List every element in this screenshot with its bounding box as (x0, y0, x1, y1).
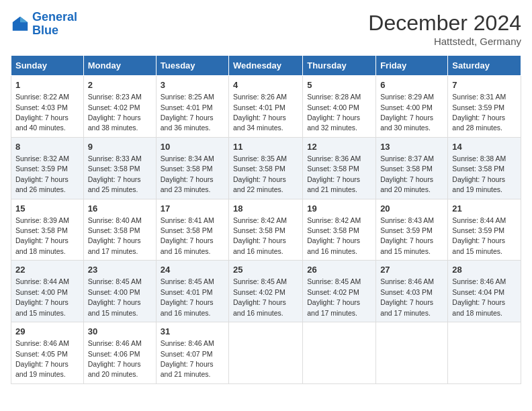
day-info: Sunrise: 8:29 AM Sunset: 4:00 PM Dayligh… (380, 93, 434, 132)
weekday-header: Thursday (303, 56, 376, 76)
day-info: Sunrise: 8:45 AM Sunset: 4:02 PM Dayligh… (307, 277, 361, 316)
day-number: 9 (88, 141, 152, 153)
calendar-cell: 28Sunrise: 8:46 AM Sunset: 4:04 PM Dayli… (448, 261, 521, 322)
day-info: Sunrise: 8:45 AM Sunset: 4:01 PM Dayligh… (161, 277, 214, 316)
calendar-cell: 6Sunrise: 8:29 AM Sunset: 4:00 PM Daylig… (376, 76, 448, 138)
calendar-week-row: 15Sunrise: 8:39 AM Sunset: 3:58 PM Dayli… (11, 199, 521, 261)
day-info: Sunrise: 8:23 AM Sunset: 4:02 PM Dayligh… (88, 93, 142, 132)
title-area: December 2024 Hattstedt, Germany (368, 11, 521, 47)
day-info: Sunrise: 8:39 AM Sunset: 3:58 PM Dayligh… (15, 216, 69, 255)
day-info: Sunrise: 8:46 AM Sunset: 4:03 PM Dayligh… (380, 277, 434, 316)
day-number: 25 (233, 264, 298, 276)
calendar-cell: 3Sunrise: 8:25 AM Sunset: 4:01 PM Daylig… (156, 76, 228, 138)
day-number: 1 (15, 79, 79, 91)
calendar-cell: 18Sunrise: 8:42 AM Sunset: 3:58 PM Dayli… (229, 199, 303, 261)
day-number: 13 (380, 141, 443, 153)
day-info: Sunrise: 8:40 AM Sunset: 3:58 PM Dayligh… (88, 216, 142, 255)
calendar-cell: 17Sunrise: 8:41 AM Sunset: 3:58 PM Dayli… (156, 199, 228, 261)
day-info: Sunrise: 8:32 AM Sunset: 3:59 PM Dayligh… (15, 154, 69, 193)
day-info: Sunrise: 8:36 AM Sunset: 3:58 PM Dayligh… (307, 154, 361, 193)
day-number: 31 (161, 326, 224, 338)
day-info: Sunrise: 8:35 AM Sunset: 3:58 PM Dayligh… (233, 154, 287, 193)
calendar-cell: 31Sunrise: 8:46 AM Sunset: 4:07 PM Dayli… (156, 322, 228, 384)
day-info: Sunrise: 8:44 AM Sunset: 4:00 PM Dayligh… (15, 277, 69, 316)
calendar-cell: 15Sunrise: 8:39 AM Sunset: 3:58 PM Dayli… (11, 199, 84, 261)
day-info: Sunrise: 8:45 AM Sunset: 4:02 PM Dayligh… (233, 277, 287, 316)
calendar-table: SundayMondayTuesdayWednesdayThursdayFrid… (11, 55, 521, 384)
day-info: Sunrise: 8:34 AM Sunset: 3:58 PM Dayligh… (161, 154, 214, 193)
weekday-header: Friday (376, 56, 448, 76)
calendar-week-row: 8Sunrise: 8:32 AM Sunset: 3:59 PM Daylig… (11, 137, 521, 199)
svg-marker-1 (20, 17, 28, 22)
calendar-cell (448, 322, 521, 384)
day-number: 7 (452, 79, 517, 91)
location-subtitle: Hattstedt, Germany (368, 36, 521, 47)
calendar-cell: 27Sunrise: 8:46 AM Sunset: 4:03 PM Dayli… (376, 261, 448, 322)
day-number: 12 (307, 141, 371, 153)
calendar-cell (229, 322, 303, 384)
day-number: 15 (15, 203, 79, 215)
day-info: Sunrise: 8:22 AM Sunset: 4:03 PM Dayligh… (15, 93, 69, 132)
logo-icon (11, 15, 30, 34)
day-number: 30 (88, 326, 152, 338)
calendar-cell: 29Sunrise: 8:46 AM Sunset: 4:05 PM Dayli… (11, 322, 84, 384)
day-info: Sunrise: 8:46 AM Sunset: 4:07 PM Dayligh… (161, 339, 214, 378)
day-info: Sunrise: 8:46 AM Sunset: 4:06 PM Dayligh… (88, 339, 142, 378)
calendar-cell (376, 322, 448, 384)
weekday-header: Sunday (11, 56, 84, 76)
calendar-week-row: 22Sunrise: 8:44 AM Sunset: 4:00 PM Dayli… (11, 261, 521, 322)
calendar-cell: 24Sunrise: 8:45 AM Sunset: 4:01 PM Dayli… (156, 261, 228, 322)
day-number: 20 (380, 203, 443, 215)
day-info: Sunrise: 8:42 AM Sunset: 3:58 PM Dayligh… (233, 216, 287, 255)
calendar-cell: 13Sunrise: 8:37 AM Sunset: 3:58 PM Dayli… (376, 137, 448, 199)
day-number: 5 (307, 79, 371, 91)
calendar-cell: 2Sunrise: 8:23 AM Sunset: 4:02 PM Daylig… (83, 76, 156, 138)
day-number: 18 (233, 203, 298, 215)
calendar-cell (303, 322, 376, 384)
calendar-cell: 1Sunrise: 8:22 AM Sunset: 4:03 PM Daylig… (11, 76, 84, 138)
day-number: 4 (233, 79, 298, 91)
calendar-cell: 10Sunrise: 8:34 AM Sunset: 3:58 PM Dayli… (156, 137, 228, 199)
calendar-week-row: 29Sunrise: 8:46 AM Sunset: 4:05 PM Dayli… (11, 322, 521, 384)
day-number: 14 (452, 141, 517, 153)
logo: General Blue (11, 11, 77, 38)
day-number: 2 (88, 79, 152, 91)
calendar-cell: 19Sunrise: 8:42 AM Sunset: 3:58 PM Dayli… (303, 199, 376, 261)
weekday-header: Wednesday (229, 56, 303, 76)
day-info: Sunrise: 8:33 AM Sunset: 3:58 PM Dayligh… (88, 154, 142, 193)
day-info: Sunrise: 8:41 AM Sunset: 3:58 PM Dayligh… (161, 216, 214, 255)
calendar-cell: 4Sunrise: 8:26 AM Sunset: 4:01 PM Daylig… (229, 76, 303, 138)
day-number: 21 (452, 203, 517, 215)
day-number: 22 (15, 264, 79, 276)
weekday-header: Saturday (448, 56, 521, 76)
calendar-cell: 20Sunrise: 8:43 AM Sunset: 3:59 PM Dayli… (376, 199, 448, 261)
calendar-cell: 9Sunrise: 8:33 AM Sunset: 3:58 PM Daylig… (83, 137, 156, 199)
calendar-cell: 22Sunrise: 8:44 AM Sunset: 4:00 PM Dayli… (11, 261, 84, 322)
calendar-cell: 26Sunrise: 8:45 AM Sunset: 4:02 PM Dayli… (303, 261, 376, 322)
day-info: Sunrise: 8:38 AM Sunset: 3:58 PM Dayligh… (452, 154, 506, 193)
day-number: 27 (380, 264, 443, 276)
calendar-cell: 30Sunrise: 8:46 AM Sunset: 4:06 PM Dayli… (83, 322, 156, 384)
logo-text: General Blue (32, 11, 77, 38)
day-info: Sunrise: 8:42 AM Sunset: 3:58 PM Dayligh… (307, 216, 361, 255)
day-info: Sunrise: 8:46 AM Sunset: 4:05 PM Dayligh… (15, 339, 69, 378)
page-header: General Blue December 2024 Hattstedt, Ge… (11, 11, 521, 47)
day-number: 26 (307, 264, 371, 276)
calendar-cell: 11Sunrise: 8:35 AM Sunset: 3:58 PM Dayli… (229, 137, 303, 199)
calendar-week-row: 1Sunrise: 8:22 AM Sunset: 4:03 PM Daylig… (11, 76, 521, 138)
calendar-cell: 23Sunrise: 8:45 AM Sunset: 4:00 PM Dayli… (83, 261, 156, 322)
day-number: 6 (380, 79, 443, 91)
month-title: December 2024 (368, 11, 521, 36)
day-info: Sunrise: 8:25 AM Sunset: 4:01 PM Dayligh… (161, 93, 214, 132)
day-number: 8 (15, 141, 79, 153)
calendar-cell: 5Sunrise: 8:28 AM Sunset: 4:00 PM Daylig… (303, 76, 376, 138)
day-number: 23 (88, 264, 152, 276)
day-info: Sunrise: 8:44 AM Sunset: 3:59 PM Dayligh… (452, 216, 506, 255)
day-number: 11 (233, 141, 298, 153)
weekday-header-row: SundayMondayTuesdayWednesdayThursdayFrid… (11, 56, 521, 76)
day-number: 19 (307, 203, 371, 215)
day-info: Sunrise: 8:45 AM Sunset: 4:00 PM Dayligh… (88, 277, 142, 316)
calendar-cell: 25Sunrise: 8:45 AM Sunset: 4:02 PM Dayli… (229, 261, 303, 322)
day-info: Sunrise: 8:26 AM Sunset: 4:01 PM Dayligh… (233, 93, 287, 132)
calendar-cell: 8Sunrise: 8:32 AM Sunset: 3:59 PM Daylig… (11, 137, 84, 199)
